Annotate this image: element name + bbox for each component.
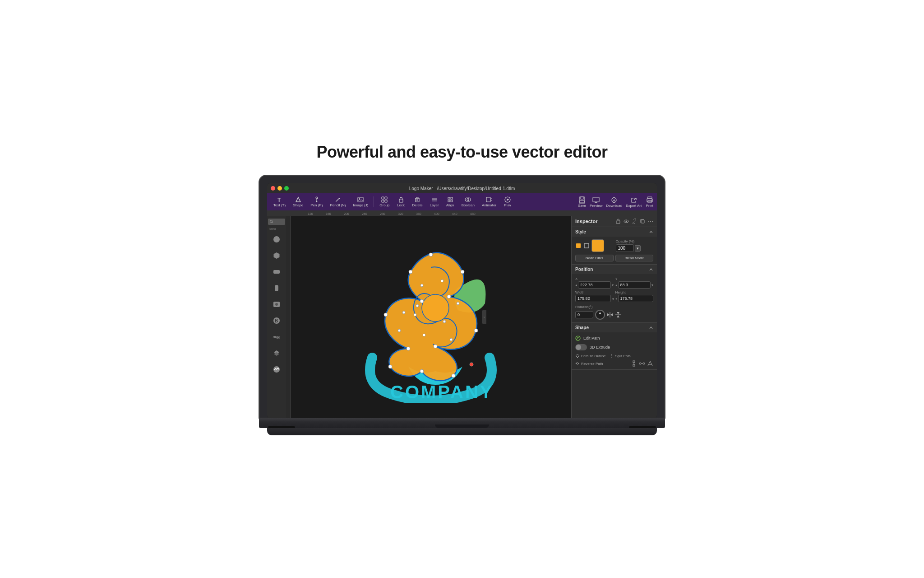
tool-hexagon[interactable] xyxy=(269,248,284,263)
svg-rect-84 xyxy=(616,221,620,224)
shape-content: Edit Path 3D Extrude xyxy=(572,332,657,369)
extrude-label: 3D Extrude xyxy=(590,345,610,350)
svg-point-69 xyxy=(434,345,437,348)
tool-delete[interactable]: Delete xyxy=(410,196,425,208)
tool-pill[interactable] xyxy=(269,281,284,295)
svg-rect-33 xyxy=(579,197,585,203)
tool-layer[interactable]: Layer xyxy=(427,196,442,208)
position-section-header[interactable]: Position xyxy=(572,265,657,274)
x-input[interactable] xyxy=(578,281,611,289)
tool-pen[interactable]: Pen (P) xyxy=(308,196,325,208)
color-swatch[interactable] xyxy=(591,239,604,252)
tool-group[interactable]: Group xyxy=(377,196,392,208)
tool-download[interactable]: Download xyxy=(606,196,623,208)
vertical-ruler xyxy=(286,216,291,418)
screen-inner: Logo Maker - /Users/drawtify/Desktop/Unt… xyxy=(267,183,657,418)
svg-rect-36 xyxy=(593,197,599,202)
close-button[interactable] xyxy=(271,186,275,191)
tool-text[interactable]: T Text (T) xyxy=(271,196,288,208)
minimize-button[interactable] xyxy=(277,186,282,191)
tool-play[interactable]: Play xyxy=(501,196,514,208)
svg-rect-49 xyxy=(273,270,280,274)
svg-point-107 xyxy=(643,363,645,364)
height-input[interactable] xyxy=(618,295,654,302)
svg-line-87 xyxy=(634,221,635,222)
edit-path-button[interactable]: Edit Path xyxy=(583,335,600,341)
search-box[interactable] xyxy=(268,219,285,225)
inspector-panel: Inspector Style xyxy=(571,216,657,418)
opacity-dropdown[interactable]: ▾ xyxy=(635,245,641,252)
stroke-icon[interactable] xyxy=(583,242,590,249)
width-input[interactable] xyxy=(575,295,611,302)
reverse-path-button[interactable]: Reverse Path xyxy=(575,361,603,366)
y-input[interactable] xyxy=(618,281,651,289)
tool-pencil[interactable]: Pencil (N) xyxy=(327,196,348,208)
svg-marker-99 xyxy=(617,315,619,317)
svg-marker-6 xyxy=(339,197,340,199)
tool-digg[interactable]: digg xyxy=(269,330,284,344)
tool-messenger[interactable] xyxy=(269,362,284,377)
extrude-toggle[interactable] xyxy=(575,344,587,350)
svg-point-86 xyxy=(626,221,627,222)
svg-rect-24 xyxy=(451,200,453,202)
node-tool-2-icon[interactable] xyxy=(639,360,645,367)
opacity-row: Opacity (%) ▾ xyxy=(616,239,654,252)
svg-point-62 xyxy=(474,329,478,332)
blend-mode-button[interactable]: Blend Mode xyxy=(615,255,654,261)
svg-rect-41 xyxy=(647,197,652,199)
split-icon xyxy=(610,354,614,358)
page-headline: Powerful and easy-to-use vector editor xyxy=(316,143,607,162)
svg-rect-104 xyxy=(633,364,635,366)
lock-icon xyxy=(615,219,621,224)
fill-icon[interactable] xyxy=(575,242,582,249)
tool-print[interactable]: Print xyxy=(646,196,653,208)
tool-circle[interactable] xyxy=(269,232,284,247)
path-actions-row: Path To Outline Split Path xyxy=(575,353,653,359)
maximize-button[interactable] xyxy=(284,186,289,191)
svg-point-82 xyxy=(470,363,473,366)
node-tool-1-icon[interactable] xyxy=(631,360,637,367)
tool-blogger[interactable]: B xyxy=(269,313,284,328)
tool-animator[interactable]: Animator xyxy=(479,196,499,208)
tool-dropbox[interactable] xyxy=(269,346,284,360)
tool-save[interactable]: Save xyxy=(578,196,586,208)
left-sidebar: icons xyxy=(267,216,286,418)
svg-rect-23 xyxy=(448,200,450,202)
svg-rect-21 xyxy=(448,197,450,199)
tool-boolean[interactable]: Boolean xyxy=(459,196,477,208)
title-bar: Logo Maker - /Users/drawtify/Desktop/Unt… xyxy=(267,183,657,193)
flip-v-icon[interactable] xyxy=(615,312,621,318)
canvas-area[interactable]: › xyxy=(291,216,571,418)
width-field: Width ◂ xyxy=(575,290,614,302)
node-tool-3-icon[interactable] xyxy=(647,360,653,367)
tool-export[interactable]: Export Ani xyxy=(626,196,642,208)
chevron-up-icon-shape xyxy=(649,326,653,330)
tool-shape[interactable]: Shape xyxy=(290,196,306,208)
svg-rect-12 xyxy=(382,200,384,202)
svg-line-40 xyxy=(634,198,636,200)
style-section: Style xyxy=(572,227,657,265)
svg-rect-103 xyxy=(633,361,635,363)
style-section-header[interactable]: Style xyxy=(572,227,657,237)
tool-rectangle[interactable] xyxy=(269,265,284,279)
svg-point-73 xyxy=(420,284,423,287)
split-path-button[interactable]: Split Path xyxy=(610,353,631,359)
path-to-outline-button[interactable]: Path To Outline xyxy=(575,353,606,359)
separator xyxy=(374,196,374,207)
tool-image[interactable]: Image (J) xyxy=(351,196,371,208)
rotation-dial[interactable] xyxy=(595,310,605,320)
tool-badge[interactable] xyxy=(269,297,284,312)
tool-lock[interactable]: Lock xyxy=(394,196,408,208)
laptop-foot-right xyxy=(629,426,656,428)
rotation-input[interactable] xyxy=(575,311,593,318)
node-filter-button[interactable]: Node Filter xyxy=(575,255,614,261)
svg-point-89 xyxy=(648,221,649,222)
shape-section-header[interactable]: Shape xyxy=(572,323,657,332)
tool-align[interactable]: Align xyxy=(444,196,457,208)
tool-preview[interactable]: Preview xyxy=(590,196,602,208)
flip-h-icon[interactable] xyxy=(607,312,613,318)
svg-rect-93 xyxy=(584,243,589,248)
reverse-icon xyxy=(575,361,580,366)
svg-point-2 xyxy=(316,197,318,199)
opacity-input[interactable] xyxy=(616,244,634,252)
